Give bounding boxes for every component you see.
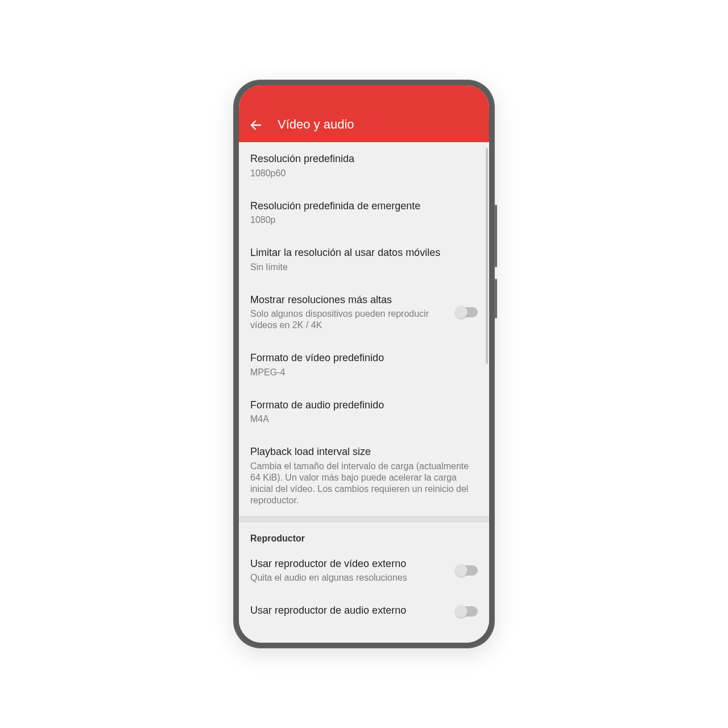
setting-title: Usar reproductor de vídeo externo — [250, 557, 447, 570]
toggle-switch[interactable] — [456, 307, 478, 317]
setting-value: Sin límite — [250, 262, 478, 273]
screen: Vídeo y audio Resolución predefinida 108… — [239, 85, 489, 643]
phone-side-button — [495, 205, 497, 267]
phone-side-button — [495, 279, 497, 318]
setting-popup-resolution[interactable]: Resolución predefinida de emergente 1080… — [239, 189, 489, 237]
phone-frame: Vídeo y audio Resolución predefinida 108… — [233, 80, 495, 648]
setting-title: Playback load interval size — [250, 445, 478, 458]
setting-value: 1080p60 — [250, 168, 478, 179]
setting-external-audio[interactable]: Usar reproductor de audio externo — [239, 594, 489, 630]
setting-default-resolution[interactable]: Resolución predefinida 1080p60 — [239, 142, 489, 189]
setting-external-video[interactable]: Usar reproductor de vídeo externo Quita … — [239, 547, 489, 594]
setting-title: Usar reproductor de audio externo — [250, 604, 447, 617]
back-arrow-icon[interactable] — [249, 118, 263, 132]
section-header-reproductor: Reproductor — [239, 522, 489, 547]
toggle-switch[interactable] — [456, 606, 478, 617]
toggle-switch[interactable] — [456, 565, 478, 576]
setting-limit-mobile[interactable]: Limitar la resolución al usar datos móvi… — [239, 236, 489, 283]
app-bar: Vídeo y audio — [239, 85, 489, 142]
settings-list[interactable]: Resolución predefinida 1080p60 Resolució… — [239, 142, 489, 643]
setting-load-interval[interactable]: Playback load interval size Cambia el ta… — [239, 435, 489, 516]
setting-title: Resolución predefinida — [250, 152, 478, 166]
setting-value: M4A — [250, 413, 478, 425]
setting-description: Quita el audio en algunas resoluciones — [250, 572, 447, 584]
setting-title: Mostrar resoluciones más altas — [250, 293, 447, 307]
setting-video-format[interactable]: Formato de vídeo predefinido MPEG-4 — [239, 341, 489, 388]
page-title: Vídeo y audio — [278, 117, 354, 132]
section-divider — [239, 516, 489, 522]
setting-show-higher-res[interactable]: Mostrar resoluciones más altas Solo algu… — [239, 283, 489, 342]
setting-title: Resolución predefinida de emergente — [250, 200, 478, 213]
setting-value: MPEG-4 — [250, 367, 478, 378]
setting-description: Cambia el tamaño del intervalo de carga … — [250, 461, 478, 506]
setting-value: 1080p — [250, 214, 478, 226]
setting-title: Formato de vídeo predefinido — [250, 351, 478, 365]
setting-title: Formato de audio predefinido — [250, 399, 478, 412]
setting-audio-format[interactable]: Formato de audio predefinido M4A — [239, 388, 489, 436]
setting-title: Limitar la resolución al usar datos móvi… — [250, 246, 478, 259]
setting-description: Solo algunos dispositivos pueden reprodu… — [250, 308, 447, 331]
scrollbar[interactable] — [486, 148, 488, 364]
